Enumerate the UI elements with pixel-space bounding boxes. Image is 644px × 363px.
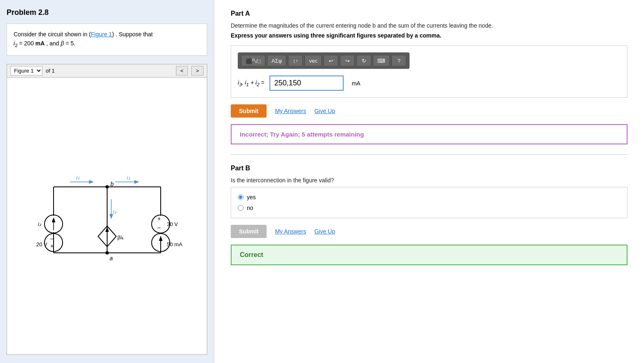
svg-text:30 V: 30 V [167,221,178,227]
svg-text:–: – [50,235,54,242]
toolbar-refresh-btn[interactable]: ↻ [356,55,371,66]
svg-text:+: + [50,243,54,249]
part-b-submit-row: Submit My Answers Give Up [231,225,628,238]
svg-text:i₂: i₂ [38,221,42,227]
svg-text:a: a [110,255,113,262]
part-b-option-yes: yes [238,194,621,200]
svg-text:50 mA: 50 mA [167,241,183,248]
part-a-title: Part A [231,10,628,17]
part-b-radio-yes[interactable] [238,194,244,200]
part-b-radio-group: yes no [231,187,628,218]
figure-next-button[interactable]: > [191,66,204,75]
part-a-my-answers-button[interactable]: My Answers [275,108,306,114]
svg-point-10 [105,251,109,255]
svg-text:i₁: i₁ [127,174,130,181]
toolbar-symbols-btn[interactable]: ΑΣφ [267,55,286,66]
part-b-label-yes[interactable]: yes [247,194,256,200]
figure-container: b a i₂ i₁ i₃ i₂ – + 20 V [7,78,207,355]
part-a-unit: mA [352,80,361,87]
part-b-description: Is the interconnection in the figure val… [231,177,628,184]
description-text-suffix: ) . Suppose that [112,31,153,38]
part-a-section: Part A Determine the magnitudes of the c… [231,10,628,144]
part-a-description: Determine the magnitudes of the current … [231,22,628,29]
toolbar-redo-btn[interactable]: ↪ [340,55,355,66]
part-a-instruction: Express your answers using three signifi… [231,32,628,39]
toolbar-undo-btn[interactable]: ↩ [323,55,338,66]
part-a-input-label: i3, i1 + i2 = [238,79,265,87]
part-b-my-answers-button[interactable]: My Answers [275,228,306,235]
part-b-give-up-button[interactable]: Give Up [314,228,335,235]
circuit-diagram: b a i₂ i₁ i₃ i₂ – + 20 V [12,154,202,278]
part-a-answer-box: ⬛n√□ ΑΣφ ↕↑ vec ↩ ↪ ↻ ⌨ ? i3, i1 + i2 = … [231,45,628,98]
svg-point-9 [105,185,109,189]
svg-text:+: + [157,215,161,222]
part-a-feedback: Incorrect; Try Again; 5 attempts remaini… [231,124,628,144]
svg-text:i₂: i₂ [76,174,80,181]
problem-title: Problem 2.8 [7,8,207,17]
toolbar-arrows-btn[interactable]: ↕↑ [288,55,303,66]
toolbar-matrix-btn[interactable]: ⬛n√□ [241,55,265,66]
figure-prev-button[interactable]: < [176,66,188,75]
part-a-submit-button[interactable]: Submit [231,104,267,118]
part-a-answer-input[interactable] [269,75,344,91]
part-a-give-up-button[interactable]: Give Up [314,108,335,114]
toolbar-vec-btn[interactable]: vec [304,55,322,66]
figure-selector[interactable]: Figure 1 [10,66,42,75]
figure-nav: Figure 1 of 1 < > [7,64,207,78]
math-toolbar: ⬛n√□ ΑΣφ ↕↑ vec ↩ ↪ ↻ ⌨ ? [238,52,410,69]
description-line2: i2 = 200 mA , and β = 5. [14,40,75,47]
description-text-prefix: Consider the circuit shown in ( [14,31,91,38]
part-b-radio-no[interactable] [238,205,244,211]
svg-text:i₃: i₃ [113,209,117,215]
toolbar-help-btn[interactable]: ? [391,55,406,66]
part-b-label-no[interactable]: no [247,205,253,211]
left-panel: Problem 2.8 Consider the circuit shown i… [0,0,214,363]
part-b-title: Part B [231,165,628,172]
part-divider [231,154,628,155]
svg-text:20 V: 20 V [36,241,47,248]
svg-text:–: – [157,224,161,231]
part-a-input-row: i3, i1 + i2 = mA [238,75,621,91]
part-b-feedback: Correct [231,245,628,265]
figure-link[interactable]: Figure 1 [91,31,112,38]
problem-description: Consider the circuit shown in (Figure 1)… [7,24,207,56]
svg-text:βi₁: βi₁ [117,234,124,240]
part-b-submit-button[interactable]: Submit [231,225,267,238]
right-panel: Part A Determine the magnitudes of the c… [214,0,644,363]
part-b-option-no: no [238,205,621,211]
part-a-submit-row: Submit My Answers Give Up [231,104,628,118]
part-b-section: Part B Is the interconnection in the fig… [231,165,628,265]
figure-of-label: of 1 [46,68,55,74]
svg-text:b: b [110,181,114,187]
toolbar-keyboard-btn[interactable]: ⌨ [373,55,390,66]
